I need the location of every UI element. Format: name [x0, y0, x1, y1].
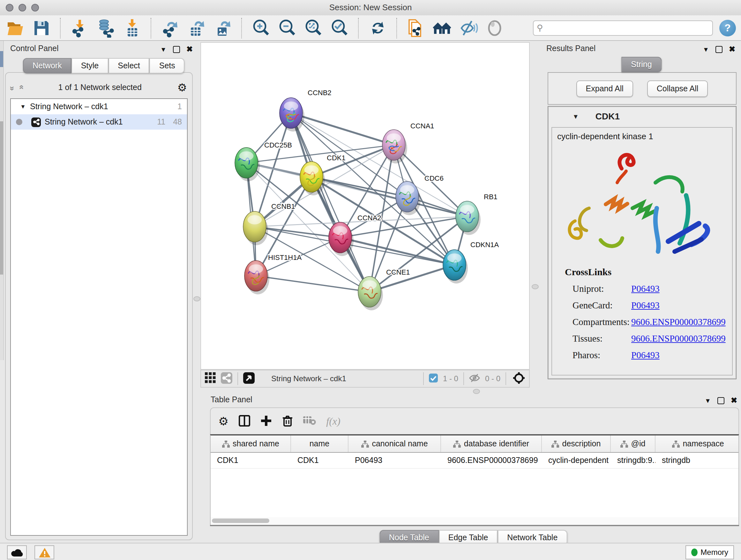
string-home-icon[interactable] [432, 17, 453, 38]
node-table[interactable]: shared namenamecanonical namedatabase id… [210, 434, 739, 518]
toolbar-separator [358, 17, 359, 38]
gene-collapse-icon[interactable]: ▼ [572, 113, 579, 120]
node-HIST1H1A[interactable]: HIST1H1A [245, 253, 301, 294]
splitter-handle-left[interactable] [193, 296, 200, 301]
edge-HIST1H1A-CCNE1[interactable] [256, 276, 369, 292]
edge-CDK1-RB1[interactable] [312, 177, 467, 216]
column-header-namespace[interactable]: namespace [656, 435, 739, 452]
expand-all-networks-icon[interactable]: » [16, 86, 26, 89]
gene-section-header[interactable]: ▼ CDK1 [548, 107, 736, 126]
zoom-fit-icon[interactable] [303, 17, 324, 38]
control-panel-close-icon[interactable]: ✖ [186, 45, 193, 54]
column-header-name[interactable]: name [291, 435, 348, 452]
node-label-CDC6: CDC6 [424, 174, 444, 182]
crosslink-tissues[interactable]: 9606.ENSP00000378699 [631, 333, 726, 344]
import-table-icon[interactable] [122, 17, 142, 38]
export-network-icon[interactable] [160, 17, 181, 38]
table-panel-float-icon[interactable] [718, 397, 724, 404]
hidden-eye-slash-icon[interactable] [469, 373, 480, 384]
node-RB1[interactable]: RB1 [456, 193, 497, 235]
control-panel-float-icon[interactable] [173, 46, 180, 53]
function-builder-icon[interactable]: f(x) [326, 416, 340, 427]
expand-all-button[interactable]: Expand All [576, 80, 633, 97]
collapse-all-button[interactable]: Collapse All [647, 80, 708, 97]
import-network-from-database-icon[interactable] [96, 17, 116, 38]
crosslink-genecard[interactable]: P06493 [631, 300, 660, 311]
table-horizontal-scrollbar[interactable] [210, 517, 739, 525]
results-panel-close-icon[interactable]: ✖ [729, 45, 735, 54]
memory-status-dot [691, 549, 697, 556]
collection-expander-icon[interactable]: ▼ [18, 104, 27, 110]
tab-network[interactable]: Network [23, 58, 71, 73]
column-header-database-identifier[interactable]: database identifier [441, 435, 542, 452]
table-cell: CDK1 [291, 453, 348, 468]
zoom-out-icon[interactable] [277, 17, 297, 38]
fit-selected-crosshair-icon[interactable] [513, 371, 525, 386]
network-collection-row[interactable]: ▼ String Network – cdk1 1 [11, 99, 187, 114]
export-image-icon[interactable] [212, 17, 233, 38]
edge-CDKN1A-CCNE1[interactable] [369, 265, 455, 292]
splitter-handle-right[interactable] [532, 284, 539, 289]
node-CDKN1A[interactable]: CDKN1A [443, 241, 499, 284]
node-label-CCNA2: CCNA2 [357, 214, 381, 222]
table-row[interactable]: CDK1CDK1P064939606.ENSP00000378699cyclin… [211, 453, 738, 469]
share-document-icon[interactable] [406, 17, 426, 38]
protein-structure-image [561, 145, 728, 264]
results-panel-menu-icon[interactable]: ▼ [703, 46, 709, 53]
zoom-selected-icon[interactable] [329, 17, 350, 38]
node-CCNB1[interactable]: CCNB1 [243, 202, 295, 245]
import-network-icon[interactable] [70, 17, 90, 38]
share-view-icon[interactable] [221, 372, 232, 385]
crosslink-compartments[interactable]: 9606.ENSP00000378699 [631, 317, 726, 327]
birds-eye-view-icon[interactable] [243, 372, 255, 385]
column-header--id[interactable]: @id [611, 435, 656, 452]
crosslinks-title: CrossLinks [565, 267, 727, 278]
node-count: 11 [157, 118, 165, 126]
edge-CCNB2-CCNE1[interactable] [291, 113, 369, 292]
crosslink-label: Compartments: [565, 317, 631, 327]
search-input[interactable] [533, 20, 713, 36]
table-panel-close-icon[interactable]: ✖ [731, 396, 737, 405]
add-column-icon[interactable] [260, 415, 272, 428]
show-columns-icon[interactable] [239, 415, 250, 428]
column-header-shared-name[interactable]: shared name [211, 435, 291, 452]
export-table-icon[interactable] [186, 17, 207, 38]
network-options-gear-icon[interactable]: ⚙ [178, 81, 187, 94]
warning-button[interactable] [35, 545, 54, 559]
tab-string[interactable]: String [621, 57, 661, 72]
tab-sets[interactable]: Sets [150, 58, 185, 73]
table-panel-menu-icon[interactable]: ▼ [704, 397, 711, 404]
network-row-selected[interactable]: String Network – cdk1 11 48 [11, 114, 187, 130]
tab-select[interactable]: Select [108, 58, 150, 73]
show-glass-effects-icon[interactable] [484, 17, 505, 38]
node-CCNE1[interactable]: CCNE1 [358, 268, 410, 310]
save-session-icon[interactable] [31, 17, 52, 38]
crosslink-pharos[interactable]: P06493 [631, 350, 660, 361]
zoom-in-icon[interactable] [251, 17, 271, 38]
refresh-icon[interactable] [367, 17, 388, 38]
selected-checkbox-icon[interactable] [429, 373, 438, 384]
cloud-button[interactable] [7, 545, 27, 559]
node-CCNA1[interactable]: CCNA1 [382, 122, 434, 164]
memory-button[interactable]: Memory [685, 545, 734, 559]
column-header-canonical-name[interactable]: canonical name [348, 435, 441, 452]
network-canvas[interactable]: CCNB2CCNA1CDC25BCDK1CDC6RB1CCNB1CCNA2CDK… [200, 42, 530, 370]
delete-column-icon[interactable] [282, 415, 293, 428]
node-CCNB2[interactable]: CCNB2 [280, 89, 332, 132]
delete-table-icon[interactable] [303, 416, 316, 427]
crosslinks-section: CrossLinks Uniprot:P06493 GeneCard:P0649… [565, 267, 727, 361]
grid-view-icon[interactable] [205, 372, 216, 385]
open-session-icon[interactable] [5, 17, 25, 38]
hide-glass-effects-icon[interactable] [458, 17, 479, 38]
edge-CCNA2-CDKN1A[interactable] [340, 238, 455, 265]
crosslink-label: Tissues: [565, 333, 631, 344]
column-header-description[interactable]: description [542, 435, 611, 452]
results-panel-float-icon[interactable] [716, 46, 723, 53]
crosslink-uniprot[interactable]: P06493 [631, 284, 660, 294]
edge-CCNB2-CCNA1[interactable] [291, 113, 394, 145]
help-button[interactable]: ? [719, 19, 736, 36]
results-toolbar: Expand All Collapse All [548, 72, 737, 105]
tab-style[interactable]: Style [71, 58, 109, 73]
table-options-gear-icon[interactable]: ⚙ [218, 415, 228, 428]
control-panel-menu-icon[interactable]: ▼ [160, 46, 166, 53]
